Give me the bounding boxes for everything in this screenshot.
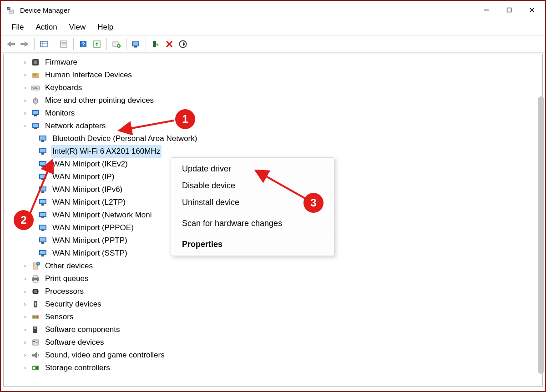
close-button[interactable] xyxy=(521,3,543,17)
sensor-icon xyxy=(31,312,40,322)
printer-icon xyxy=(31,274,40,283)
menu-help[interactable]: Help xyxy=(91,21,119,34)
toolbar-separator xyxy=(73,38,74,50)
tree-category-label: Network adapters xyxy=(44,120,107,132)
svg-rect-76 xyxy=(41,230,44,231)
svg-marker-33 xyxy=(183,42,185,46)
svg-rect-3 xyxy=(11,11,12,12)
context-menu-properties[interactable]: Properties xyxy=(171,236,334,253)
toolbar-uninstall[interactable] xyxy=(110,38,123,50)
svg-rect-81 xyxy=(40,251,46,254)
tree-category-monitors[interactable]: › Monitors xyxy=(13,107,533,120)
tree-category-software-devices[interactable]: › Software devices xyxy=(13,336,533,349)
svg-rect-37 xyxy=(33,74,34,75)
tree-category-software-components[interactable]: › Software components xyxy=(13,323,533,336)
toolbar-separator xyxy=(34,38,35,50)
toolbar-enable[interactable] xyxy=(149,38,162,50)
storage-icon xyxy=(31,363,40,372)
tree-item-label: WAN Miniport (L2TP) xyxy=(51,196,127,209)
svg-marker-29 xyxy=(157,43,159,45)
vertical-scrollbar[interactable] xyxy=(538,96,544,374)
tree-item-label: WAN Miniport (IKEv2) xyxy=(51,158,129,171)
chevron-right-icon[interactable]: › xyxy=(21,364,29,372)
tree-category-keyboards[interactable]: › Keyboards xyxy=(13,81,533,94)
chevron-right-icon[interactable]: › xyxy=(21,71,29,79)
tree-category-sound[interactable]: › Sound, video and game controllers xyxy=(13,349,533,362)
toolbar-forward[interactable] xyxy=(18,38,31,50)
toolbar-help[interactable]: ? xyxy=(77,38,90,50)
toolbar-back[interactable] xyxy=(5,38,17,50)
tree-category-firmware[interactable]: › Firmware xyxy=(13,56,533,69)
network-device-icon xyxy=(38,198,47,207)
chevron-right-icon[interactable]: › xyxy=(21,262,29,270)
toolbar-properties[interactable] xyxy=(57,38,70,50)
tree-item-label: WAN Miniport (PPTP) xyxy=(51,234,129,247)
svg-rect-49 xyxy=(34,115,37,116)
network-device-icon xyxy=(38,236,47,245)
svg-rect-87 xyxy=(34,276,37,278)
tree-category-hid[interactable]: › Human Interface Devices xyxy=(13,69,533,81)
chevron-right-icon[interactable]: › xyxy=(21,326,29,334)
toolbar-show-hidden[interactable] xyxy=(38,38,51,50)
security-icon xyxy=(31,300,40,309)
toolbar-update-driver[interactable] xyxy=(91,38,103,50)
svg-rect-99 xyxy=(35,304,36,306)
svg-rect-42 xyxy=(35,87,36,88)
network-adapter-icon xyxy=(31,121,40,131)
chevron-right-icon[interactable]: › xyxy=(21,351,29,359)
context-menu-scan-hardware[interactable]: Scan for hardware changes xyxy=(171,215,334,232)
svg-rect-48 xyxy=(33,111,38,114)
tree-category-print-queues[interactable]: › Print queues xyxy=(13,272,533,285)
tree-category-label: Print queues xyxy=(44,272,90,285)
chevron-right-icon[interactable]: › xyxy=(21,300,29,308)
window-title: Device Manager xyxy=(20,6,70,14)
context-menu-disable-device[interactable]: Disable device xyxy=(171,177,334,194)
toolbar-disable[interactable] xyxy=(163,38,176,50)
chevron-down-icon[interactable]: › xyxy=(21,122,29,130)
svg-rect-44 xyxy=(33,88,38,89)
chevron-right-icon[interactable]: › xyxy=(21,96,29,105)
menu-view[interactable]: View xyxy=(63,21,92,34)
menu-action[interactable]: Action xyxy=(30,21,63,34)
svg-rect-90 xyxy=(34,290,37,293)
network-device-icon xyxy=(38,134,47,143)
chevron-right-icon[interactable]: › xyxy=(21,313,29,321)
tree-category-processors[interactable]: › Processors xyxy=(13,285,533,298)
minimize-button[interactable] xyxy=(475,3,498,17)
svg-rect-38 xyxy=(35,74,36,75)
svg-rect-100 xyxy=(32,315,39,319)
tree-item[interactable]: Bluetooth Device (Personal Area Network) xyxy=(13,132,533,145)
tree-category-other-devices[interactable]: › ? Other devices xyxy=(13,260,533,272)
network-device-icon xyxy=(38,185,47,194)
context-menu-update-driver[interactable]: Update driver xyxy=(171,161,334,177)
tree-category-storage[interactable]: › Storage controllers xyxy=(13,362,533,374)
chevron-right-icon[interactable]: › xyxy=(21,338,29,347)
context-menu-separator xyxy=(171,213,334,213)
toolbar-scan[interactable] xyxy=(130,38,142,50)
svg-point-101 xyxy=(33,316,35,318)
tree-category-mice[interactable]: › Mice and other pointing devices xyxy=(13,94,533,107)
svg-rect-106 xyxy=(33,341,35,342)
maximize-button[interactable] xyxy=(498,3,521,17)
tree-item-label: WAN Miniport (SSTP) xyxy=(51,247,129,260)
tree-category-label: Other devices xyxy=(44,260,94,272)
tree-item-label: WAN Miniport (Network Moni xyxy=(51,209,153,221)
tree-category-network-adapters[interactable]: › Network adapters xyxy=(13,120,533,132)
tree-category-security-devices[interactable]: › Security devices xyxy=(13,298,533,311)
chevron-right-icon[interactable]: › xyxy=(21,275,29,283)
chevron-right-icon[interactable]: › xyxy=(21,58,29,66)
menu-file[interactable]: File xyxy=(5,21,30,34)
svg-rect-82 xyxy=(41,255,44,256)
tree-category-sensors[interactable]: › Sensors xyxy=(13,311,533,323)
hid-icon xyxy=(31,70,40,80)
chevron-right-icon[interactable]: › xyxy=(21,109,29,117)
svg-rect-72 xyxy=(40,213,46,216)
chevron-right-icon[interactable]: › xyxy=(21,84,29,92)
context-menu-separator xyxy=(171,234,334,234)
tree-item-selected[interactable]: Intel(R) Wi-Fi 6 AX201 160MHz xyxy=(13,145,533,158)
toolbar-rescan[interactable] xyxy=(177,38,189,50)
toolbar-separator xyxy=(126,38,126,50)
svg-rect-63 xyxy=(40,175,46,178)
chevron-right-icon[interactable]: › xyxy=(21,287,29,296)
svg-rect-13 xyxy=(61,41,67,47)
